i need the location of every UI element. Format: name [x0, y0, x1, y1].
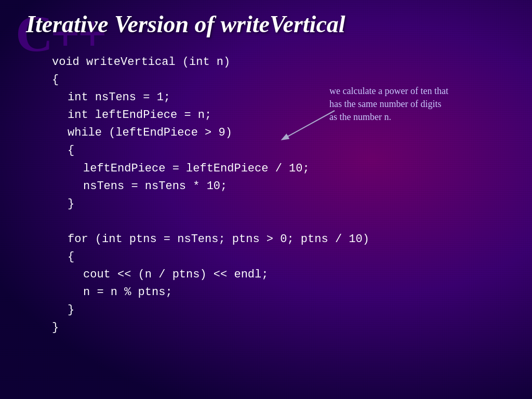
annotation-line2: has the same number of digits [329, 99, 441, 109]
annotation-arrow [272, 105, 340, 147]
slide: C++ Iterative Version of writeVertical v… [0, 0, 532, 399]
code-line-1: void writeVertical (int n) [52, 54, 511, 71]
code-line-16: } [52, 319, 511, 337]
svg-line-0 [283, 111, 335, 139]
code-line-11: for (int ptns = nsTens; ptns > 0; ptns /… [68, 231, 511, 248]
code-line-13: cout << (n / ptns) << endl; [83, 266, 511, 284]
header: C++ Iterative Version of writeVertical [21, 10, 511, 38]
annotation-box: we calculate a power of ten that has the… [329, 85, 506, 124]
code-line-8: nsTens = nsTens * 10; [83, 178, 511, 195]
code-line-7: leftEndPiece = leftEndPiece / 10; [83, 160, 511, 178]
code-line-9: } [68, 195, 511, 213]
code-line-10 [52, 213, 511, 231]
code-line-15: } [68, 301, 511, 319]
slide-content: void writeVertical (int n) { int nsTens … [52, 54, 511, 337]
annotation-line1: we calculate a power of ten that [329, 86, 448, 96]
code-line-12: { [68, 248, 511, 266]
code-line-14: n = n % ptns; [83, 284, 511, 301]
slide-title: Iterative Version of writeVertical [26, 10, 345, 38]
